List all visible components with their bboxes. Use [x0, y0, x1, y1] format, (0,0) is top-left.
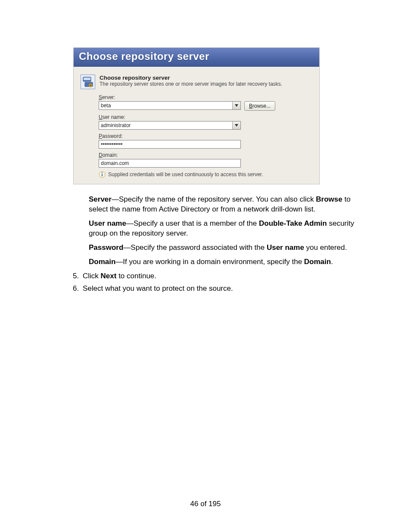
page-number: 46 of 195	[0, 500, 411, 508]
username-label: User name:	[99, 114, 312, 120]
repository-server-icon	[81, 75, 95, 89]
username-value: administrator	[99, 121, 232, 129]
step-list: Click Next to continue. Select what you …	[65, 271, 368, 294]
username-combobox[interactable]: administrator	[99, 121, 241, 130]
dropdown-arrow-icon[interactable]	[232, 102, 240, 109]
server-value: beta	[99, 102, 232, 109]
server-label: Server:	[99, 94, 312, 100]
info-note: Supplied credentials will be used contin…	[99, 171, 312, 178]
desc-server: Server—Specify the name of the repositor…	[89, 195, 368, 215]
doc-body: Server—Specify the name of the repositor…	[65, 195, 368, 294]
svg-rect-1	[84, 78, 90, 80]
info-icon	[99, 171, 106, 178]
step-5: Click Next to continue.	[81, 271, 368, 281]
server-combobox[interactable]: beta	[99, 101, 241, 110]
desc-username: User name—Specify a user that is a membe…	[89, 219, 368, 239]
panel-heading: Choose repository server	[100, 75, 282, 81]
desc-password: Password—Specify the password associated…	[89, 243, 368, 253]
dropdown-arrow-icon[interactable]	[232, 121, 240, 129]
password-label: Password:	[99, 133, 312, 139]
password-field[interactable]: ••••••••••••	[99, 140, 241, 149]
step-6: Select what you want to protect on the s…	[81, 284, 368, 294]
svg-rect-5	[102, 174, 103, 177]
panel-title: Choose repository server	[74, 48, 319, 67]
panel-subheading: The repository server stores one or more…	[100, 81, 282, 87]
browse-button[interactable]: Browse...	[244, 101, 275, 111]
domain-label: Domain:	[99, 152, 312, 158]
wizard-panel: Choose repository server Choose reposito…	[73, 47, 320, 184]
domain-field[interactable]: domain.com	[99, 159, 241, 168]
desc-domain: Domain—If you are working in a domain en…	[89, 257, 368, 267]
info-text: Supplied credentials will be used contin…	[108, 171, 263, 177]
svg-point-6	[102, 172, 103, 173]
